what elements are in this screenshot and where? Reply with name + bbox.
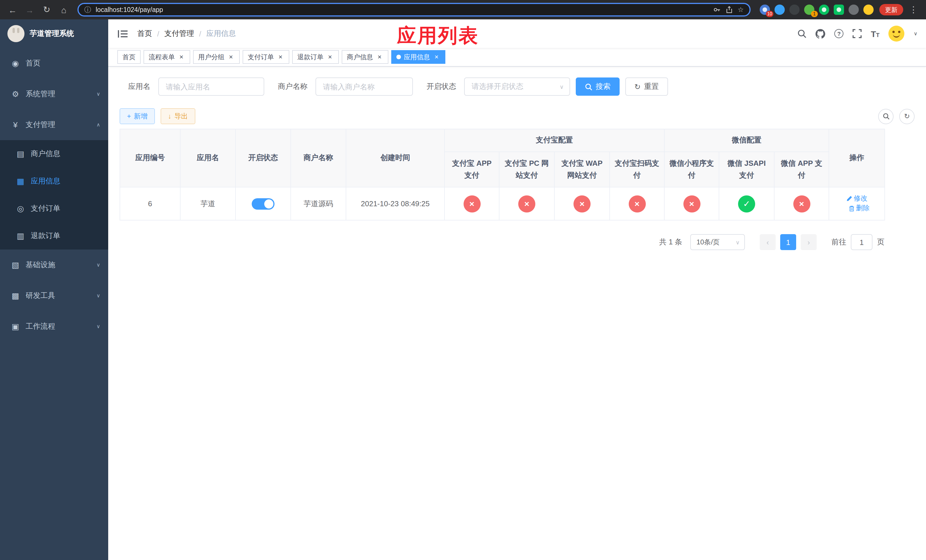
app-name-input[interactable] — [158, 77, 264, 96]
col-wx-app: 微信 APP 支付 — [774, 152, 829, 187]
share-icon[interactable] — [726, 6, 733, 14]
refresh-table-button[interactable]: ↻ — [899, 109, 915, 124]
browser-home-icon[interactable]: ⌂ — [57, 3, 71, 17]
delete-button[interactable]: 删除 — [849, 204, 870, 213]
page-size-select[interactable]: 10条/页 ∨ — [690, 234, 745, 250]
alipay-app-status-icon: × — [463, 195, 480, 212]
dashboard-icon: ◉ — [11, 59, 20, 68]
address-bar[interactable]: ⓘ localhost:1024/pay/app ☆ — [77, 3, 750, 17]
sidebar-item-payment[interactable]: ¥ 支付管理 ∧ — [0, 109, 108, 140]
goto-page-input[interactable] — [851, 234, 873, 250]
status-toggle[interactable] — [252, 198, 274, 209]
tab-user-group[interactable]: 用户分组 × — [193, 50, 240, 64]
export-button-label: 导出 — [174, 111, 188, 121]
sidebar-item-devtools[interactable]: ▩ 研发工具 ∨ — [0, 280, 108, 311]
tab-home[interactable]: 首页 — [117, 50, 141, 64]
sidebar-item-label: 支付订单 — [31, 203, 100, 213]
extension-face-icon[interactable] — [863, 5, 874, 15]
tab-process-form[interactable]: 流程表单 × — [144, 50, 190, 64]
breadcrumb-home[interactable]: 首页 — [137, 29, 152, 39]
extension-drop-icon[interactable] — [775, 5, 785, 15]
export-button[interactable]: ↓ 导出 — [160, 108, 195, 124]
sidebar-item-app-info[interactable]: ▦ 应用信息 — [0, 168, 108, 195]
close-icon[interactable]: × — [326, 53, 334, 61]
sidebar-item-label: 退款订单 — [31, 231, 100, 241]
tab-label: 商户信息 — [347, 53, 373, 61]
document-icon: ▥ — [16, 231, 25, 241]
bookmark-star-icon[interactable]: ☆ — [737, 6, 744, 14]
avatar[interactable] — [889, 26, 905, 42]
breadcrumb-separator: / — [199, 29, 201, 38]
prev-page-button[interactable]: ‹ — [760, 234, 776, 250]
search-icon[interactable] — [797, 29, 806, 38]
sidebar-item-label: 系统管理 — [26, 89, 91, 99]
extension-pin-icon[interactable] — [849, 5, 859, 15]
reset-button[interactable]: ↻ 重置 — [625, 77, 668, 96]
merchant-name-input[interactable] — [316, 77, 413, 96]
password-key-icon[interactable] — [713, 6, 721, 14]
cell-merchant: 芋道源码 — [291, 187, 346, 220]
sidebar-item-infrastructure[interactable]: ▧ 基础设施 ∨ — [0, 250, 108, 280]
close-icon[interactable]: × — [376, 53, 383, 61]
tab-refund-order[interactable]: 退款订单 × — [292, 50, 339, 64]
table-tools: ↻ — [878, 109, 915, 124]
add-button[interactable]: + 新增 — [120, 108, 155, 124]
chevron-down-icon: ∨ — [97, 262, 100, 268]
close-icon[interactable]: × — [433, 53, 440, 61]
sidebar-item-label: 商户信息 — [31, 149, 100, 159]
status-select[interactable]: 请选择开启状态 ∨ — [464, 77, 570, 96]
site-info-icon[interactable]: ⓘ — [84, 5, 91, 15]
sidebar-logo[interactable]: 芋道管理系统 — [0, 20, 108, 48]
browser-update-button[interactable]: 更新 — [879, 4, 903, 15]
tab-pay-order[interactable]: 支付订单 × — [243, 50, 289, 64]
sidebar-item-pay-order[interactable]: ◎ 支付订单 — [0, 195, 108, 222]
fullscreen-icon[interactable] — [853, 29, 862, 38]
top-navbar: 首页 / 支付管理 / 应用信息 ? — [108, 20, 926, 48]
browser-back-icon[interactable]: ← — [6, 3, 20, 17]
col-alipay-wap: 支付宝 WAP 网站支付 — [554, 152, 610, 187]
extension-dark-icon[interactable] — [789, 5, 800, 15]
page-content: 应用名 商户名称 开启状态 请选择开启状态 ∨ 搜索 ↻ — [108, 67, 926, 560]
browser-menu-icon[interactable]: ⋮ — [906, 3, 920, 17]
sidebar-item-refund-order[interactable]: ▥ 退款订单 — [0, 222, 108, 250]
help-icon[interactable]: ? — [834, 29, 843, 38]
url-text[interactable]: localhost:1024/pay/app — [96, 6, 708, 13]
screen: ← → ↻ ⌂ ⓘ localhost:1024/pay/app ☆ 10 1 — [0, 0, 926, 560]
breadcrumb-current: 应用信息 — [206, 29, 236, 39]
logo-avatar — [8, 25, 24, 42]
sidebar-item-system[interactable]: ⚙ 系统管理 ∨ — [0, 79, 108, 109]
extension-avatar-icon[interactable]: 1 — [804, 5, 814, 15]
sidebar-item-workflow[interactable]: ▣ 工作流程 ∨ — [0, 311, 108, 342]
font-size-icon[interactable]: TT — [871, 29, 879, 38]
extension-puzzle-icon[interactable]: 10 — [760, 5, 770, 15]
sidebar-item-merchant-info[interactable]: ▤ 商户信息 — [0, 140, 108, 168]
close-icon[interactable]: × — [178, 53, 185, 61]
github-icon[interactable] — [816, 29, 825, 38]
extension-chat-icon[interactable] — [834, 5, 844, 15]
toggle-search-button[interactable] — [878, 109, 894, 124]
col-app-id: 应用编号 — [120, 129, 180, 187]
tab-merchant-info[interactable]: 商户信息 × — [342, 50, 388, 64]
search-button[interactable]: 搜索 — [576, 77, 620, 96]
pagination-total: 共 1 条 — [659, 237, 682, 247]
table-toolbar: + 新增 ↓ 导出 ↻ — [120, 108, 915, 124]
cell-app-name: 芋道 — [180, 187, 236, 220]
breadcrumb: 首页 / 支付管理 / 应用信息 — [137, 29, 236, 39]
col-created: 创建时间 — [346, 129, 445, 187]
tab-app-info[interactable]: 应用信息 × — [391, 50, 445, 64]
edit-button[interactable]: 修改 — [846, 194, 867, 204]
breadcrumb-payment[interactable]: 支付管理 — [164, 29, 194, 39]
next-page-button[interactable]: › — [801, 234, 817, 250]
browser-forward-icon[interactable]: → — [23, 3, 36, 17]
sidebar-collapse-icon[interactable] — [117, 28, 128, 39]
close-icon[interactable]: × — [277, 53, 284, 61]
extension-green-icon[interactable] — [819, 5, 829, 15]
search-icon — [882, 113, 889, 120]
avatar-caret-icon[interactable]: ∨ — [914, 31, 917, 36]
close-icon[interactable]: × — [227, 53, 235, 61]
sidebar-item-home[interactable]: ◉ 首页 — [0, 48, 108, 79]
browser-reload-icon[interactable]: ↻ — [40, 3, 53, 17]
sidebar-item-label: 应用信息 — [31, 176, 100, 186]
page-number-current[interactable]: 1 — [780, 234, 796, 250]
order-icon: ◎ — [16, 204, 25, 213]
